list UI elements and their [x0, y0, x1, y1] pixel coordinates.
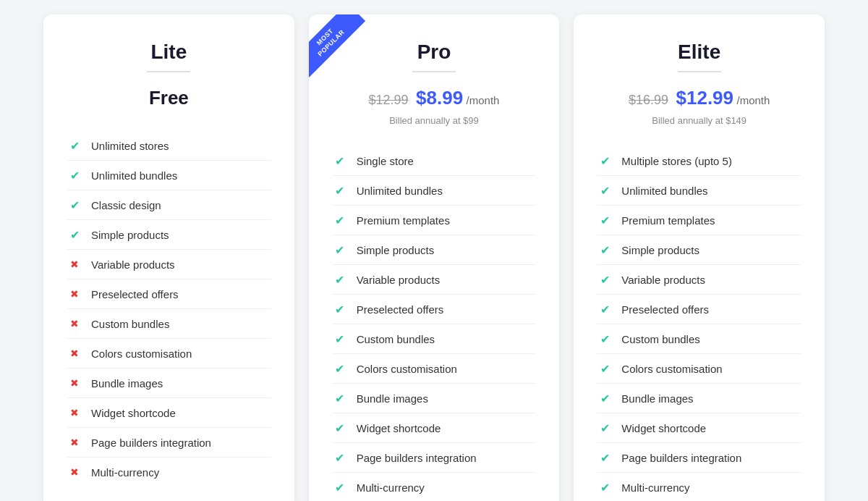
- feature-item: ✔ Custom bundles: [332, 324, 537, 354]
- check-icon: ✔: [597, 242, 613, 258]
- feature-label: Simple products: [91, 229, 169, 241]
- feature-item: ✖ Preselected offers: [67, 279, 271, 309]
- price-period-elite: /month: [737, 94, 770, 106]
- price-billed-elite: Billed annually at $149: [597, 115, 801, 126]
- features-list-lite: ✔ Unlimited stores ✔ Unlimited bundles ✔…: [67, 131, 271, 487]
- feature-label: Multiple stores (upto 5): [621, 155, 732, 167]
- check-icon: ✔: [332, 420, 348, 436]
- feature-item: ✔ Simple products: [597, 235, 801, 265]
- feature-item: ✔ Bundle images: [597, 384, 801, 413]
- feature-label: Custom bundles: [91, 318, 169, 330]
- feature-item: ✖ Widget shortcode: [67, 398, 271, 428]
- check-icon: ✔: [597, 331, 613, 347]
- check-icon: ✔: [332, 301, 348, 317]
- plan-divider-pro: [412, 71, 456, 72]
- feature-item: ✔ Premium templates: [332, 206, 537, 235]
- check-icon: ✔: [597, 479, 613, 495]
- feature-label: Premium templates: [357, 214, 450, 227]
- feature-item: ✖ Colors customisation: [67, 339, 271, 369]
- feature-label: Page builders integration: [91, 437, 211, 449]
- feature-label: Classic design: [91, 199, 161, 211]
- cross-icon: ✖: [67, 316, 82, 332]
- price-billed-pro: Billed annually at $99: [332, 115, 537, 126]
- feature-item: ✔ Multi-currency: [597, 473, 801, 501]
- feature-label: Colors customisation: [621, 363, 722, 375]
- feature-item: ✔ Simple products: [67, 220, 271, 250]
- feature-label: Preselected offers: [621, 303, 709, 316]
- features-list-pro: ✔ Single store ✔ Unlimited bundles ✔ Pre…: [332, 146, 537, 501]
- feature-label: Multi-currency: [91, 466, 159, 479]
- cross-icon: ✖: [67, 434, 82, 450]
- feature-label: Widget shortcode: [621, 422, 706, 434]
- feature-label: Multi-currency: [621, 481, 689, 494]
- feature-label: Colors customisation: [91, 348, 192, 360]
- feature-item: ✔ Unlimited stores: [67, 131, 271, 161]
- feature-label: Page builders integration: [621, 452, 741, 464]
- cross-icon: ✖: [67, 464, 82, 480]
- feature-label: Unlimited stores: [91, 140, 169, 152]
- feature-label: Unlimited bundles: [357, 185, 443, 197]
- feature-label: Multi-currency: [357, 481, 425, 494]
- plan-price-pro: $12.99 $8.99 /month: [332, 87, 537, 109]
- cross-icon: ✖: [67, 286, 82, 302]
- check-icon: ✔: [67, 167, 82, 183]
- check-icon: ✔: [332, 479, 348, 495]
- feature-item: ✔ Variable products: [597, 265, 801, 295]
- price-current-elite: $12.99: [676, 87, 734, 109]
- plan-title-lite: Lite: [67, 41, 271, 64]
- feature-item: ✔ Multiple stores (upto 5): [597, 146, 801, 176]
- feature-label: Premium templates: [621, 214, 715, 227]
- feature-label: Bundle images: [91, 377, 163, 390]
- feature-label: Variable products: [91, 258, 175, 271]
- most-popular-ribbon: MOST POPULAR: [309, 14, 374, 80]
- feature-item: ✖ Bundle images: [67, 369, 271, 398]
- feature-label: Variable products: [357, 274, 441, 286]
- check-icon: ✔: [597, 212, 613, 228]
- check-icon: ✔: [332, 361, 348, 376]
- check-icon: ✔: [332, 450, 348, 466]
- feature-label: Single store: [357, 155, 414, 167]
- feature-item: ✔ Classic design: [67, 190, 271, 220]
- feature-label: Page builders integration: [357, 452, 477, 464]
- feature-item: ✔ Variable products: [332, 265, 537, 295]
- check-icon: ✔: [332, 212, 348, 228]
- check-icon: ✔: [332, 153, 348, 169]
- ribbon-label: MOST POPULAR: [309, 14, 365, 77]
- feature-label: Widget shortcode: [91, 407, 176, 419]
- check-icon: ✔: [597, 390, 613, 406]
- check-icon: ✔: [597, 271, 613, 287]
- feature-item: ✔ Colors customisation: [597, 354, 801, 384]
- feature-item: ✔ Widget shortcode: [332, 413, 537, 443]
- feature-item: ✔ Premium templates: [597, 206, 801, 235]
- feature-label: Custom bundles: [357, 333, 435, 345]
- feature-item: ✖ Multi-currency: [67, 458, 271, 487]
- check-icon: ✔: [67, 197, 82, 213]
- check-icon: ✔: [332, 242, 348, 258]
- feature-label: Preselected offers: [91, 288, 179, 300]
- feature-item: ✔ Widget shortcode: [597, 413, 801, 443]
- feature-item: ✖ Variable products: [67, 250, 271, 279]
- feature-item: ✔ Unlimited bundles: [597, 176, 801, 206]
- feature-item: ✔ Page builders integration: [332, 443, 537, 473]
- feature-label: Bundle images: [357, 392, 428, 405]
- feature-item: ✔ Preselected offers: [332, 295, 537, 324]
- check-icon: ✔: [332, 271, 348, 287]
- feature-label: Variable products: [621, 274, 705, 286]
- feature-label: Custom bundles: [621, 333, 699, 345]
- feature-item: ✔ Multi-currency: [332, 473, 537, 501]
- feature-label: Preselected offers: [357, 303, 444, 316]
- feature-label: Unlimited bundles: [91, 169, 177, 182]
- check-icon: ✔: [597, 361, 613, 376]
- cross-icon: ✖: [67, 345, 82, 361]
- plan-price-lite: Free: [67, 87, 271, 109]
- feature-item: ✖ Page builders integration: [67, 428, 271, 458]
- check-icon: ✔: [597, 182, 613, 198]
- plan-card-elite: Elite $16.99 $12.99 /month Billed annual…: [574, 14, 825, 501]
- check-icon: ✔: [332, 390, 348, 406]
- plan-card-pro: MOST POPULAR Pro $12.99 $8.99 /month Bil…: [309, 14, 560, 501]
- feature-label: Bundle images: [621, 392, 693, 405]
- feature-item: ✔ Bundle images: [332, 384, 537, 413]
- cross-icon: ✖: [67, 256, 82, 272]
- check-icon: ✔: [597, 420, 613, 436]
- check-icon: ✔: [332, 331, 348, 347]
